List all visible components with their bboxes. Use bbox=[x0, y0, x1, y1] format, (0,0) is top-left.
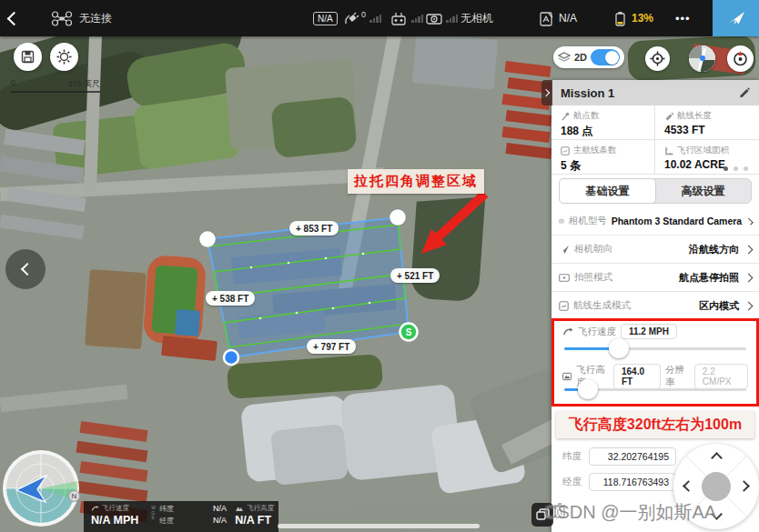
map-scalebar: 0 375 英尺 bbox=[11, 78, 100, 93]
connection-status: 无连接 bbox=[79, 11, 112, 26]
altitude-slider-group: 飞行高度 164.0 FT 分辨率 2.2 CM/PX bbox=[552, 364, 759, 389]
speed-slider-group: 飞行速度 11.2 MPH bbox=[552, 324, 759, 339]
corner-handle[interactable] bbox=[390, 209, 406, 226]
locate-icon bbox=[650, 51, 665, 66]
start-point-marker[interactable] bbox=[400, 324, 418, 341]
corner-handle[interactable] bbox=[199, 231, 216, 247]
speed-value[interactable]: 11.2 MPH bbox=[621, 324, 677, 339]
remote-controller-status[interactable] bbox=[390, 0, 408, 36]
stats-page-dots[interactable] bbox=[724, 166, 748, 171]
nudge-up-button[interactable] bbox=[711, 452, 723, 464]
aircraft-status[interactable]: 无连接 bbox=[51, 0, 112, 36]
nudge-left-button[interactable] bbox=[683, 480, 694, 492]
chevron-right-icon bbox=[744, 301, 754, 310]
altitude-note: 飞行高度320ft左右为100m bbox=[556, 411, 754, 438]
map-2d-toggle[interactable]: 2D bbox=[553, 46, 624, 68]
left-panel-collapse-button[interactable] bbox=[5, 249, 46, 289]
drone-icon bbox=[51, 11, 73, 26]
row-camera-heading[interactable]: 相机朝向 沿航线方向 bbox=[552, 236, 759, 264]
chevron-right-icon bbox=[746, 217, 754, 225]
chevron-right-icon bbox=[744, 245, 754, 254]
camera-icon bbox=[426, 12, 442, 25]
north-badge: N bbox=[68, 490, 80, 502]
tutorial-annotation: 拉托四角调整区域 bbox=[348, 169, 484, 194]
camera-icon bbox=[559, 216, 564, 226]
edge-distance-label: + 538 FT bbox=[206, 291, 255, 306]
stat-main-lines: 主航线条数 5 条 bbox=[552, 140, 655, 175]
start-point-label: S bbox=[406, 327, 412, 337]
compass-reset-button[interactable] bbox=[727, 45, 754, 72]
edit-pencil-icon[interactable] bbox=[739, 87, 750, 98]
altitude-icon bbox=[235, 505, 244, 512]
camera-signal bbox=[446, 0, 458, 36]
2d-switch[interactable] bbox=[591, 49, 620, 65]
mission-stats: 航点数 188 点 航线长度 4533 FT 主航线条数 5 条 飞行区域面积 … bbox=[552, 105, 759, 175]
mission-settings-button[interactable] bbox=[50, 43, 78, 71]
gps-status[interactable]: 0 bbox=[344, 0, 366, 36]
minimap-button[interactable] bbox=[689, 45, 715, 72]
rc-signal bbox=[411, 0, 423, 36]
longitude-input[interactable]: 118.716763493 bbox=[589, 473, 676, 491]
more-menu-button[interactable]: ••• bbox=[675, 0, 691, 36]
satellite-count: 0 bbox=[361, 10, 366, 19]
altitude-slider-thumb[interactable] bbox=[578, 379, 598, 399]
flight-assistant-value: N/A bbox=[559, 12, 577, 25]
mode-value: N/A bbox=[313, 12, 338, 25]
chevron-left-icon bbox=[21, 263, 34, 276]
telemetry-speed: 飞行速度 N/A MPH bbox=[84, 501, 144, 532]
scan-lines-icon bbox=[561, 146, 570, 156]
takeoff-button[interactable] bbox=[713, 0, 759, 36]
camera-status-text: 无相机 bbox=[460, 0, 493, 36]
telemetry-altitude: 飞行高度 N/A FT bbox=[228, 501, 279, 532]
battery-status[interactable]: 13% bbox=[613, 0, 653, 36]
altitude-slider[interactable] bbox=[564, 388, 746, 391]
gps-signal bbox=[369, 0, 381, 36]
tab-basic-settings[interactable]: 基础设置 bbox=[559, 178, 656, 204]
mode-badge: N/A bbox=[313, 0, 338, 36]
row-camera-model[interactable]: 相机型号 Phantom 3 Standard Camera bbox=[552, 207, 759, 236]
camera-status-icon-wrap[interactable] bbox=[426, 0, 442, 36]
locate-me-button[interactable] bbox=[645, 46, 670, 71]
nudge-right-button[interactable] bbox=[738, 480, 750, 492]
minimap-location-dot bbox=[700, 55, 705, 61]
flight-assistant-status[interactable]: N/A bbox=[539, 0, 577, 36]
corner-handle-selected[interactable] bbox=[224, 350, 238, 365]
compass-icon bbox=[732, 50, 749, 67]
speed-icon bbox=[91, 505, 99, 512]
status-bar: 无连接 N/A 0 bbox=[0, 0, 759, 36]
chevron-left-icon bbox=[7, 11, 22, 25]
chevron-right-icon bbox=[542, 89, 550, 96]
altitude-icon bbox=[562, 372, 572, 381]
telemetry-bar: 飞行速度 N/A MPH WGS 纬度N/A 经度N/A 飞行高度 N/A FT bbox=[84, 501, 278, 532]
battery-percent: 13% bbox=[632, 12, 653, 25]
latitude-input[interactable]: 32.202764195 bbox=[589, 447, 676, 466]
stat-route-length: 航线长度 4533 FT bbox=[655, 105, 759, 140]
flight-assistant-icon bbox=[539, 11, 554, 26]
heading-icon bbox=[559, 245, 570, 255]
edge-distance-label: + 853 FT bbox=[289, 221, 339, 236]
save-icon bbox=[21, 50, 35, 64]
settings-tabs: 基础设置 高级设置 bbox=[559, 178, 752, 204]
speed-slider[interactable] bbox=[564, 347, 746, 350]
speed-slider-thumb[interactable] bbox=[609, 338, 629, 358]
home-indicator bbox=[278, 524, 480, 528]
ruler-icon bbox=[664, 112, 673, 121]
photo-mode-icon bbox=[559, 273, 570, 282]
route-mode-icon bbox=[559, 301, 569, 311]
scale-value: 375 英尺 bbox=[67, 78, 100, 90]
tab-advanced-settings[interactable]: 高级设置 bbox=[655, 179, 751, 203]
panel-collapse-button[interactable] bbox=[541, 80, 552, 105]
chevron-right-icon bbox=[744, 273, 754, 282]
area-ruler-icon bbox=[664, 146, 673, 156]
watermark: CSDN @一别如斯AA bbox=[544, 500, 716, 525]
remote-controller-icon bbox=[390, 11, 408, 25]
row-route-mode[interactable]: 航线生成模式 区内模式 bbox=[552, 292, 759, 320]
back-button[interactable] bbox=[9, 0, 19, 36]
edge-distance-label: + 521 FT bbox=[390, 268, 440, 283]
nudge-center[interactable] bbox=[702, 472, 731, 501]
edge-distance-label: + 797 FT bbox=[307, 339, 356, 354]
scale-zero: 0 bbox=[11, 78, 15, 90]
altitude-value[interactable]: 164.0 FT bbox=[613, 364, 661, 389]
save-mission-button[interactable] bbox=[14, 43, 42, 71]
row-photo-mode[interactable]: 拍照模式 航点悬停拍照 bbox=[552, 264, 759, 292]
